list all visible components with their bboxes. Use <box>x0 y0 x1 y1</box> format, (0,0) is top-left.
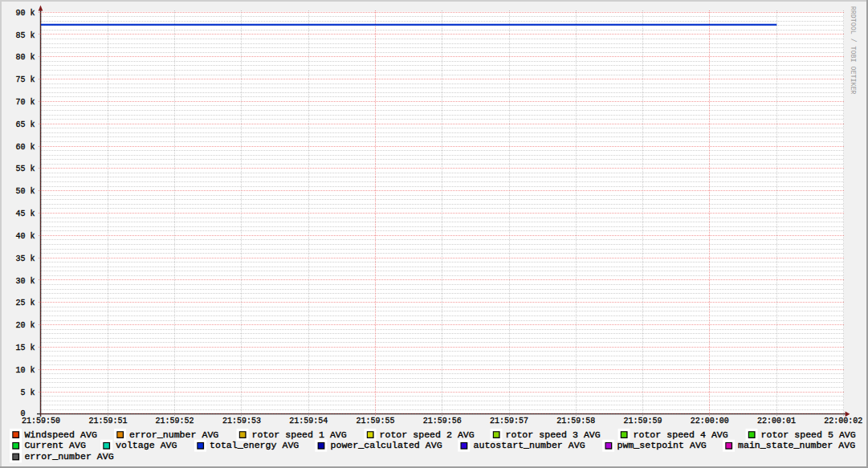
svg-text:pwm_setpoint AVG: pwm_setpoint AVG <box>617 440 707 450</box>
svg-text:25 k: 25 k <box>15 299 35 307</box>
svg-text:rotor speed 5 AVG: rotor speed 5 AVG <box>761 429 856 440</box>
svg-text:70 k: 70 k <box>15 98 35 107</box>
svg-text:22:00:02: 22:00:02 <box>824 417 862 425</box>
svg-text:voltage AVG: voltage AVG <box>116 440 177 450</box>
svg-text:power_calculated AVG: power_calculated AVG <box>331 440 442 450</box>
svg-text:85 k: 85 k <box>15 31 35 40</box>
svg-text:21:59:55: 21:59:55 <box>356 417 394 425</box>
svg-text:22:00:00: 22:00:00 <box>691 417 729 425</box>
svg-text:15 k: 15 k <box>15 344 35 352</box>
svg-text:80 k: 80 k <box>15 53 35 62</box>
svg-text:21:59:52: 21:59:52 <box>156 417 194 425</box>
svg-text:45 k: 45 k <box>15 210 35 218</box>
svg-text:21:59:51: 21:59:51 <box>88 417 127 425</box>
svg-text:21:59:57: 21:59:57 <box>490 417 528 425</box>
svg-text:21:59:58: 21:59:58 <box>556 417 595 425</box>
svg-text:21:59:56: 21:59:56 <box>423 417 462 425</box>
svg-text:Windspeed AVG: Windspeed AVG <box>24 429 96 440</box>
svg-text:error_number AVG: error_number AVG <box>24 451 113 462</box>
svg-text:30 k: 30 k <box>15 277 35 286</box>
svg-text:main_state_number AVG: main_state_number AVG <box>738 440 855 450</box>
svg-text:21:59:54: 21:59:54 <box>289 417 328 425</box>
svg-text:90 k: 90 k <box>15 9 35 18</box>
svg-text:22:00:01: 22:00:01 <box>757 417 796 425</box>
svg-text:rotor speed 2 AVG: rotor speed 2 AVG <box>380 429 475 440</box>
svg-text:60 k: 60 k <box>15 143 35 152</box>
svg-text:75 k: 75 k <box>15 75 35 84</box>
svg-text:autostart_number AVG: autostart_number AVG <box>474 440 585 450</box>
svg-text:40 k: 40 k <box>15 232 35 241</box>
svg-text:20 k: 20 k <box>15 321 35 330</box>
svg-text:55 k: 55 k <box>15 165 35 173</box>
svg-text:35 k: 35 k <box>15 254 35 263</box>
svg-text:error_number AVG: error_number AVG <box>129 429 218 440</box>
svg-text:10 k: 10 k <box>15 366 35 375</box>
svg-text:21:59:53: 21:59:53 <box>222 417 261 425</box>
svg-text:21:59:50: 21:59:50 <box>22 417 60 425</box>
svg-text:65 k: 65 k <box>15 120 35 129</box>
svg-text:21:59:59: 21:59:59 <box>623 417 662 425</box>
svg-text:50 k: 50 k <box>15 187 35 196</box>
svg-text:rotor speed 1 AVG: rotor speed 1 AVG <box>252 429 347 440</box>
svg-text:Current AVG: Current AVG <box>24 440 86 450</box>
svg-text:RRDTOOL / TOBI OETIKER: RRDTOOL / TOBI OETIKER <box>850 6 857 95</box>
svg-text:total_energy AVG: total_energy AVG <box>210 440 299 450</box>
svg-text:rotor speed 4 AVG: rotor speed 4 AVG <box>634 429 728 440</box>
svg-text:5 k: 5 k <box>20 389 35 397</box>
svg-text:rotor speed 3 AVG: rotor speed 3 AVG <box>506 429 601 440</box>
